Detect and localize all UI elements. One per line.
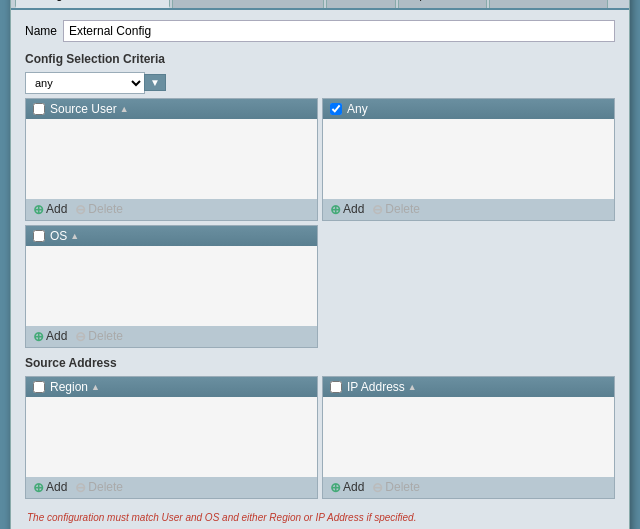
section2-title: Source Address (25, 356, 615, 370)
delete-icon-3: ⊖ (75, 329, 86, 344)
name-input[interactable] (63, 20, 615, 42)
any-footer: ⊕ Add ⊖ Delete (323, 199, 614, 220)
os-label: OS (50, 229, 67, 243)
os-body (26, 246, 317, 326)
region-delete-btn[interactable]: ⊖ Delete (75, 480, 123, 495)
ip-delete-btn[interactable]: ⊖ Delete (372, 480, 420, 495)
region-sort: ▲ (91, 382, 100, 392)
tab-network-services[interactable]: Network Services (489, 0, 608, 8)
ip-address-panel: IP Address ▲ ⊕ Add ⊖ Delete (322, 376, 615, 499)
source-user-checkbox[interactable] (33, 103, 45, 115)
add-icon: ⊕ (33, 202, 44, 217)
region-header: Region ▲ (26, 377, 317, 397)
dialog-body: Name Config Selection Criteria any ▼ Sou… (11, 10, 629, 530)
source-user-delete-btn[interactable]: ⊖ Delete (75, 202, 123, 217)
any-label: Any (347, 102, 368, 116)
any-panel: Any ⊕ Add ⊖ Delete (322, 98, 615, 221)
os-footer: ⊕ Add ⊖ Delete (26, 326, 317, 347)
delete-icon-5: ⊖ (372, 480, 383, 495)
source-address-section: Source Address Region ▲ ⊕ Add (25, 356, 615, 499)
source-user-sort: ▲ (120, 104, 129, 114)
region-footer: ⊕ Add ⊖ Delete (26, 477, 317, 498)
ip-address-body (323, 397, 614, 477)
os-add-btn[interactable]: ⊕ Add (33, 329, 67, 344)
any-body (323, 119, 614, 199)
source-user-panel: Source User ▲ ⊕ Add ⊖ Delete (25, 98, 318, 221)
configs-dialog: Configs ? Config Selection Criteria Auth… (10, 0, 630, 529)
os-panel: OS ▲ ⊕ Add ⊖ Delete (25, 225, 318, 348)
any-checkbox[interactable] (330, 103, 342, 115)
name-label: Name (25, 24, 57, 38)
tab-split-tunnel[interactable]: Split Tunnel (398, 0, 487, 8)
delete-icon: ⊖ (75, 202, 86, 217)
any-add-btn[interactable]: ⊕ Add (330, 202, 364, 217)
ip-add-btn[interactable]: ⊕ Add (330, 480, 364, 495)
os-checkbox[interactable] (33, 230, 45, 242)
dropdown-row: any ▼ (25, 72, 615, 94)
dropdown-arrow[interactable]: ▼ (144, 74, 166, 91)
source-user-label: Source User (50, 102, 117, 116)
region-label: Region (50, 380, 88, 394)
add-icon-4: ⊕ (33, 480, 44, 495)
os-header: OS ▲ (26, 226, 317, 246)
delete-icon-2: ⊖ (372, 202, 383, 217)
tab-auth-override[interactable]: Authentication Override (172, 0, 323, 8)
ip-address-label: IP Address (347, 380, 405, 394)
source-user-header: Source User ▲ (26, 99, 317, 119)
region-body (26, 397, 317, 477)
address-grid: Region ▲ ⊕ Add ⊖ Delete (25, 376, 615, 499)
any-delete-btn[interactable]: ⊖ Delete (372, 202, 420, 217)
section1-title: Config Selection Criteria (25, 52, 615, 66)
footer-note: The configuration must match User and OS… (25, 507, 615, 528)
ip-address-checkbox[interactable] (330, 381, 342, 393)
source-user-footer: ⊕ Add ⊖ Delete (26, 199, 317, 220)
config-selection-section: Config Selection Criteria any ▼ Source U… (25, 52, 615, 348)
any-dropdown[interactable]: any (25, 72, 145, 94)
tab-ip-pools[interactable]: IP Pools (326, 0, 396, 8)
os-sort: ▲ (70, 231, 79, 241)
criteria-grid: Source User ▲ ⊕ Add ⊖ Delete (25, 98, 615, 348)
source-user-body (26, 119, 317, 199)
tabs-bar: Config Selection Criteria Authentication… (11, 0, 629, 10)
add-icon-2: ⊕ (330, 202, 341, 217)
delete-icon-4: ⊖ (75, 480, 86, 495)
ip-address-sort: ▲ (408, 382, 417, 392)
region-panel: Region ▲ ⊕ Add ⊖ Delete (25, 376, 318, 499)
source-user-add-btn[interactable]: ⊕ Add (33, 202, 67, 217)
region-add-btn[interactable]: ⊕ Add (33, 480, 67, 495)
os-delete-btn[interactable]: ⊖ Delete (75, 329, 123, 344)
ip-address-footer: ⊕ Add ⊖ Delete (323, 477, 614, 498)
any-header: Any (323, 99, 614, 119)
add-icon-5: ⊕ (330, 480, 341, 495)
tab-config-selection[interactable]: Config Selection Criteria (15, 0, 170, 8)
ip-address-header: IP Address ▲ (323, 377, 614, 397)
add-icon-3: ⊕ (33, 329, 44, 344)
name-row: Name (25, 20, 615, 42)
region-checkbox[interactable] (33, 381, 45, 393)
